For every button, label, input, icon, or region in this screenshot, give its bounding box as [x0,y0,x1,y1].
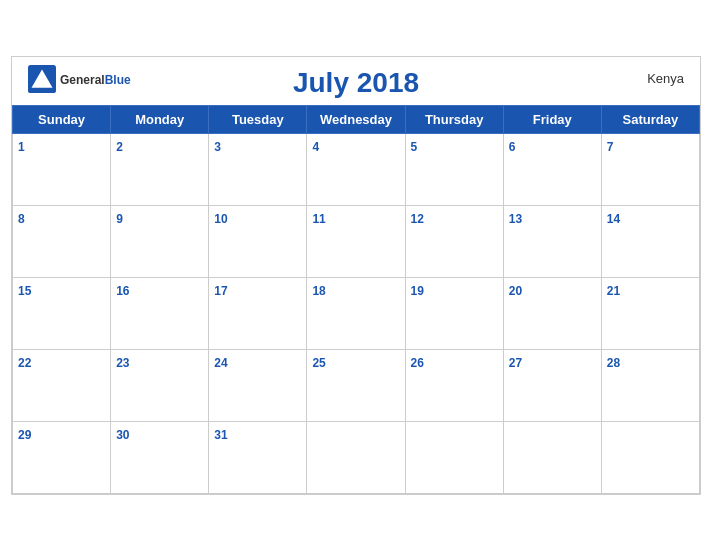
date-number: 4 [312,140,319,154]
week-row-1: 1234567 [13,133,700,205]
calendar-cell: 28 [601,349,699,421]
date-number: 19 [411,284,424,298]
calendar-cell [503,421,601,493]
calendar-cell: 5 [405,133,503,205]
week-row-3: 15161718192021 [13,277,700,349]
day-header-thursday: Thursday [405,105,503,133]
date-number: 17 [214,284,227,298]
calendar-cell: 29 [13,421,111,493]
day-header-saturday: Saturday [601,105,699,133]
date-number: 28 [607,356,620,370]
date-number: 5 [411,140,418,154]
calendar: GeneralBlue July 2018 Kenya Sunday Monda… [11,56,701,495]
calendar-cell: 26 [405,349,503,421]
date-number: 31 [214,428,227,442]
date-number: 27 [509,356,522,370]
logo-blue-text: Blue [105,73,131,87]
date-number: 3 [214,140,221,154]
date-number: 23 [116,356,129,370]
date-number: 13 [509,212,522,226]
day-header-sunday: Sunday [13,105,111,133]
days-header-row: Sunday Monday Tuesday Wednesday Thursday… [13,105,700,133]
calendar-cell: 8 [13,205,111,277]
calendar-cell: 19 [405,277,503,349]
calendar-cell: 6 [503,133,601,205]
week-row-4: 22232425262728 [13,349,700,421]
date-number: 22 [18,356,31,370]
calendar-cell: 15 [13,277,111,349]
date-number: 1 [18,140,25,154]
day-header-friday: Friday [503,105,601,133]
date-number: 7 [607,140,614,154]
week-row-5: 293031 [13,421,700,493]
date-number: 12 [411,212,424,226]
date-number: 9 [116,212,123,226]
calendar-cell: 9 [111,205,209,277]
calendar-cell: 17 [209,277,307,349]
calendar-cell: 1 [13,133,111,205]
calendar-cell: 27 [503,349,601,421]
date-number: 21 [607,284,620,298]
logo: GeneralBlue [28,65,131,93]
date-number: 30 [116,428,129,442]
calendar-title: July 2018 [293,67,419,99]
calendar-cell: 2 [111,133,209,205]
calendar-table: Sunday Monday Tuesday Wednesday Thursday… [12,105,700,494]
date-number: 29 [18,428,31,442]
date-number: 8 [18,212,25,226]
generalblue-logo-icon [28,65,56,93]
calendar-cell: 11 [307,205,405,277]
date-number: 15 [18,284,31,298]
date-number: 14 [607,212,620,226]
calendar-cell: 12 [405,205,503,277]
date-number: 16 [116,284,129,298]
calendar-cell: 3 [209,133,307,205]
calendar-cell: 4 [307,133,405,205]
calendar-cell: 24 [209,349,307,421]
calendar-cell: 18 [307,277,405,349]
calendar-cell: 13 [503,205,601,277]
date-number: 10 [214,212,227,226]
calendar-header: GeneralBlue July 2018 Kenya [12,57,700,105]
date-number: 2 [116,140,123,154]
calendar-cell: 14 [601,205,699,277]
calendar-cell [601,421,699,493]
calendar-cell: 25 [307,349,405,421]
week-row-2: 891011121314 [13,205,700,277]
country-label: Kenya [647,71,684,86]
date-number: 20 [509,284,522,298]
calendar-cell: 31 [209,421,307,493]
date-number: 26 [411,356,424,370]
calendar-cell: 7 [601,133,699,205]
date-number: 25 [312,356,325,370]
calendar-cell: 20 [503,277,601,349]
date-number: 24 [214,356,227,370]
day-header-monday: Monday [111,105,209,133]
calendar-cell: 21 [601,277,699,349]
logo-general-text: General [60,73,105,87]
calendar-cell: 23 [111,349,209,421]
day-header-wednesday: Wednesday [307,105,405,133]
calendar-cell: 30 [111,421,209,493]
date-number: 18 [312,284,325,298]
calendar-cell: 22 [13,349,111,421]
calendar-cell: 16 [111,277,209,349]
calendar-cell [307,421,405,493]
calendar-cell [405,421,503,493]
day-header-tuesday: Tuesday [209,105,307,133]
date-number: 11 [312,212,325,226]
date-number: 6 [509,140,516,154]
calendar-cell: 10 [209,205,307,277]
